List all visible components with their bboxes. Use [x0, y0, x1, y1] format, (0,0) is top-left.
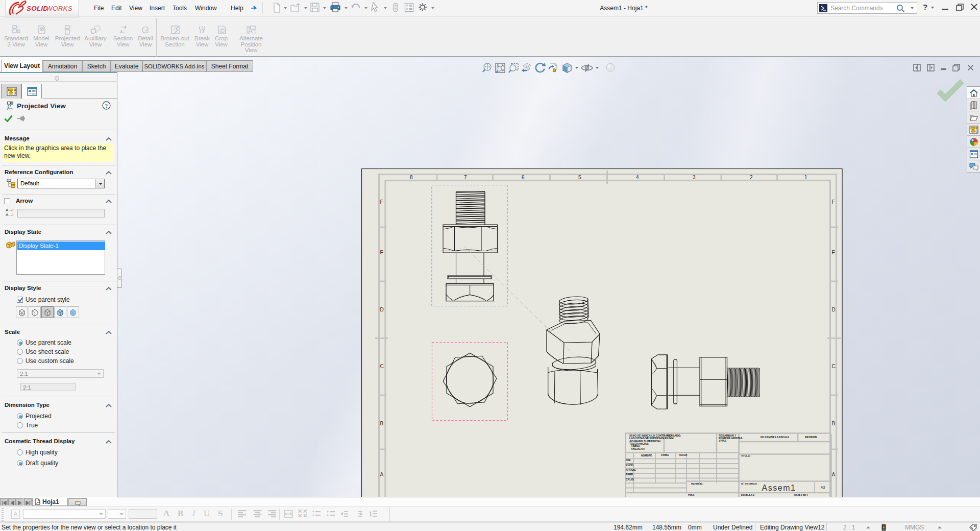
svg-text:FECHA: FECHA — [679, 454, 688, 456]
svg-text:A: A — [145, 28, 149, 33]
svg-text:DIB.: DIB. — [626, 458, 631, 462]
svg-text:A: A — [832, 472, 836, 477]
svg-text:FIRMA: FIRMA — [661, 454, 669, 456]
svg-text:HOJA 1 DE 1: HOJA 1 DE 1 — [794, 494, 808, 496]
svg-text:F: F — [832, 199, 835, 205]
svg-text:SOLID: SOLID — [27, 5, 48, 12]
svg-text:PESO:: PESO: — [688, 494, 695, 496]
svg-text:B: B — [832, 421, 836, 426]
svg-text:C: C — [380, 364, 384, 369]
svg-text:?: ? — [105, 103, 108, 109]
svg-text:F: F — [380, 199, 383, 205]
svg-text:1: 1 — [804, 175, 807, 180]
svg-text:FABR.: FABR. — [626, 473, 634, 476]
svg-text:ACABADO:: ACABADO: — [667, 434, 681, 437]
svg-text:D: D — [380, 307, 384, 312]
svg-text:C: C — [832, 364, 836, 369]
svg-text:ESCALA:1:2: ESCALA:1:2 — [741, 494, 754, 496]
svg-text:E: E — [380, 250, 384, 255]
svg-text:A3: A3 — [821, 486, 825, 489]
svg-text:VIVAS: VIVAS — [719, 439, 727, 442]
svg-text:VERIF.: VERIF. — [626, 463, 634, 466]
svg-text:NO CAMBIE LA ESCALA: NO CAMBIE LA ESCALA — [761, 436, 790, 439]
svg-text:REVISION: REVISION — [805, 436, 817, 439]
svg-text:5: 5 — [578, 175, 581, 180]
svg-text:MATERIAL:: MATERIAL: — [691, 482, 703, 485]
svg-text:WORKS: WORKS — [46, 5, 72, 12]
svg-text:3: 3 — [693, 175, 696, 180]
svg-text:D: D — [832, 307, 836, 312]
svg-text:4: 4 — [636, 175, 639, 180]
svg-text:CALID.: CALID. — [626, 478, 635, 481]
svg-text:NOMBRE: NOMBRE — [641, 454, 652, 457]
svg-text:ANGULAR:: ANGULAR: — [631, 447, 645, 450]
svg-text:7: 7 — [464, 175, 467, 180]
svg-text:APROB.: APROB. — [626, 468, 636, 471]
svg-text:TITULO:: TITULO: — [741, 455, 751, 457]
svg-text:N.º DE DIBUJO: N.º DE DIBUJO — [741, 482, 757, 485]
svg-text:Assem1: Assem1 — [762, 484, 796, 492]
svg-text:A: A — [380, 472, 384, 477]
svg-text:E: E — [832, 250, 836, 255]
svg-text:8: 8 — [410, 175, 413, 180]
svg-text:B: B — [380, 421, 384, 426]
svg-text:6: 6 — [522, 175, 525, 180]
svg-text:2: 2 — [750, 175, 753, 180]
